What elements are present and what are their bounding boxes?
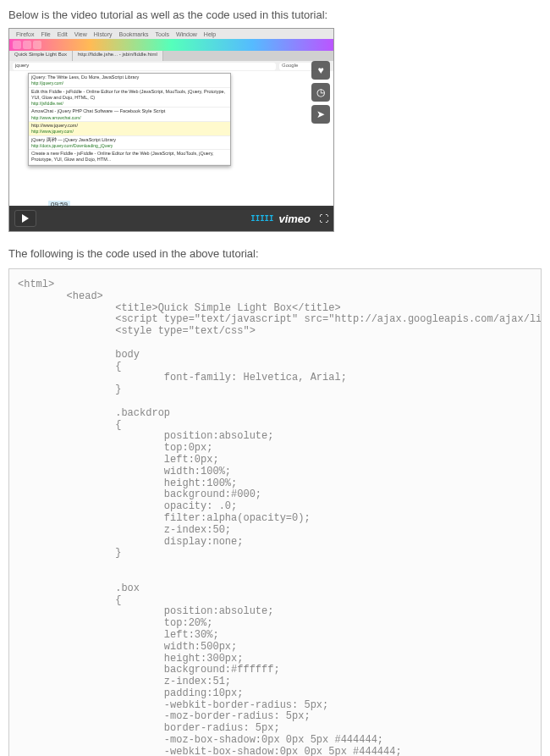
item-title: jQuery 两种 — jQuery JavaScript Library xyxy=(31,137,228,143)
browser-addressbar: jquery Google xyxy=(9,61,333,71)
item-url: http://jsfiddle.net/ xyxy=(31,101,228,107)
dropdown-item: ArrowChat - jQuery PHP Chat Software — F… xyxy=(29,108,230,122)
item-title: Edit this Fiddle - jsFiddle - Online Edi… xyxy=(31,89,228,101)
item-url: http://docs.jquery.com/Downloading_jQuer… xyxy=(31,143,228,149)
item-title: jQuery: The Write Less, Do More, JavaScr… xyxy=(31,74,228,80)
menu-item: File xyxy=(41,31,50,37)
address-input: jquery xyxy=(13,63,276,70)
hd-bars-icon: IIIII xyxy=(250,214,273,223)
dropdown-item: http://www.jquery.com/ http://www.jquery… xyxy=(29,122,230,136)
share-icon[interactable]: ➤ xyxy=(311,105,330,124)
item-url: http://www.arrowchat.com/ xyxy=(31,115,228,121)
video-embed[interactable]: Firefox File Edit View History Bookmarks… xyxy=(8,28,334,232)
dropdown-item: jQuery 两种 — jQuery JavaScript Library ht… xyxy=(29,136,230,151)
menu-item: Window xyxy=(176,31,197,37)
intro-paragraph: Below is the video tutorial as well as t… xyxy=(8,8,542,21)
autocomplete-dropdown: jQuery: The Write Less, Do More, JavaScr… xyxy=(28,73,231,166)
item-url: http://jquery.com/ xyxy=(31,80,228,86)
menu-item: Edit xyxy=(58,31,68,37)
play-icon xyxy=(22,214,29,223)
dropdown-item: jQuery: The Write Less, Do More, JavaScr… xyxy=(29,74,230,88)
video-side-actions: ♥ ◷ ➤ xyxy=(311,61,330,124)
fullscreen-icon[interactable]: ⛶ xyxy=(319,213,328,223)
reload-icon xyxy=(33,41,41,49)
nav-forward-icon xyxy=(23,41,31,49)
nav-back-icon xyxy=(13,41,21,49)
browser-tab: Quick Simple Light Box xyxy=(9,51,73,61)
item-title: Create a new Fiddle - jsFiddle - Online … xyxy=(31,151,228,163)
item-title: http://www.jquery.com/ xyxy=(31,123,228,129)
followup-paragraph: The following is the code used in the ab… xyxy=(8,247,542,260)
menu-item: Tools xyxy=(156,31,169,37)
clock-icon[interactable]: ◷ xyxy=(311,83,330,102)
play-button[interactable] xyxy=(14,210,36,227)
heart-icon[interactable]: ♥ xyxy=(311,61,330,80)
menu-item: View xyxy=(74,31,87,37)
code-block: <html> <head> <title>Quick Simple Light … xyxy=(8,268,542,756)
browser-menubar: Firefox File Edit View History Bookmarks… xyxy=(9,29,333,39)
browser-tabs: Quick Simple Light Box http://fiddle.jsh… xyxy=(9,51,333,61)
vimeo-branding: IIIII vimeo ⛶ xyxy=(250,212,328,225)
item-url: http://www.jquery.com/ xyxy=(31,129,228,135)
vimeo-logo[interactable]: vimeo xyxy=(278,212,311,225)
video-controls: IIIII vimeo ⛶ xyxy=(9,206,333,231)
menu-item: Bookmarks xyxy=(119,31,149,37)
browser-toolbar xyxy=(9,39,333,51)
browser-tab: http://fiddle.jshe... - jsbin/fiddle.htm… xyxy=(73,51,163,61)
menu-item: Help xyxy=(204,31,216,37)
dropdown-item: Edit this Fiddle - jsFiddle - Online Edi… xyxy=(29,88,230,108)
item-title: ArrowChat - jQuery PHP Chat Software — F… xyxy=(31,108,228,114)
menu-item: History xyxy=(94,31,113,37)
menu-item: Firefox xyxy=(16,31,34,37)
dropdown-item: Create a new Fiddle - jsFiddle - Online … xyxy=(29,150,230,164)
